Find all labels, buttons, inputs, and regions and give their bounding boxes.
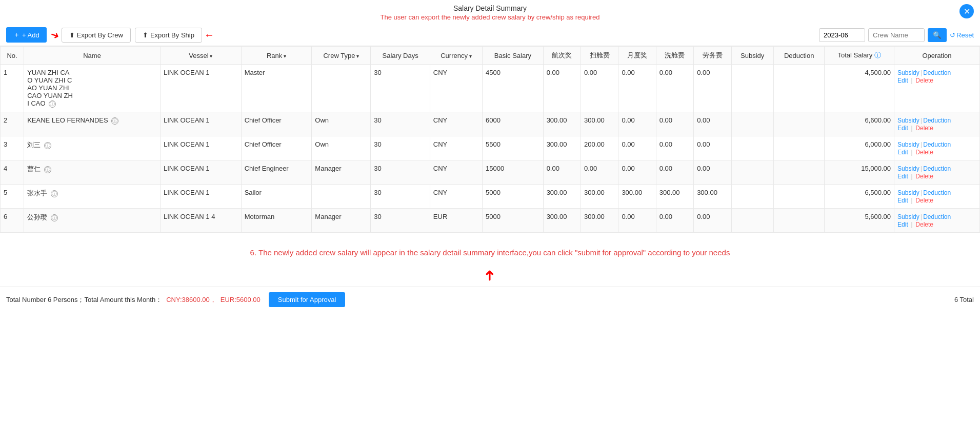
cell-deduction — [773, 209, 824, 233]
cell-subsidy — [731, 136, 773, 160]
footer-persons-label: Total Number 6 Persons；Total Amount this… — [6, 295, 162, 305]
deduction-link-3[interactable]: Deduction — [923, 165, 951, 172]
subsidy-link-2[interactable]: Subsidy — [897, 141, 919, 148]
deduction-link-2[interactable]: Deduction — [923, 141, 951, 148]
delete-link-2[interactable]: Delete — [915, 149, 933, 156]
submit-approval-button[interactable]: Submit for Approval — [269, 292, 345, 307]
arrow-icon-ship: ← — [204, 29, 214, 41]
edit-link-2[interactable]: Edit — [897, 149, 908, 156]
plus-icon: ＋ — [13, 30, 20, 39]
cell-voyage-bonus: 300.00 — [543, 136, 581, 160]
cell-no: 3 — [1, 136, 24, 160]
subsidy-link-5[interactable]: Subsidy — [897, 213, 919, 220]
cell-sweep-fee: 200.00 — [581, 136, 618, 160]
cell-currency: CNY — [430, 185, 482, 209]
cell-name: 曹仁 ⓘ — [24, 160, 161, 185]
total-salary-info-icon[interactable]: ⓘ — [874, 51, 881, 59]
name-info-icon-4[interactable]: ⓘ — [51, 190, 58, 197]
cell-total-salary: 6,000.00 — [825, 136, 894, 160]
cell-currency: CNY — [430, 136, 482, 160]
col-deduction: Deduction — [773, 47, 824, 65]
table-header-row: No. Name Vessel Rank Crew Type Salary Da… — [1, 47, 980, 65]
deduction-link-1[interactable]: Deduction — [923, 117, 951, 124]
cell-vessel: LINK OCEAN 1 — [160, 112, 241, 136]
cell-crew-type — [312, 65, 371, 112]
cell-labor-fee: 0.00 — [694, 209, 731, 233]
delete-link-4[interactable]: Delete — [915, 197, 933, 204]
cell-operation: Subsidy|Deduction Edit | Delete — [894, 112, 980, 136]
cell-name: KEANE LEO FERNANDES ⓘ — [24, 112, 161, 136]
close-button[interactable]: ✕ — [959, 4, 974, 18]
col-vessel[interactable]: Vessel — [160, 47, 241, 65]
cell-deduction — [773, 160, 824, 185]
edit-link-4[interactable]: Edit — [897, 197, 908, 204]
search-icon: 🔍 — [933, 31, 942, 39]
footer-eur-amount: EUR:5600.00 — [221, 296, 261, 303]
delete-link-5[interactable]: Delete — [915, 221, 933, 228]
col-rank[interactable]: Rank — [241, 47, 312, 65]
cell-vessel: LINK OCEAN 1 — [160, 185, 241, 209]
subsidy-link-3[interactable]: Subsidy — [897, 165, 919, 172]
cell-crew-type: Manager — [312, 209, 371, 233]
deduction-link-0[interactable]: Deduction — [923, 69, 951, 76]
name-info-icon-3[interactable]: ⓘ — [44, 166, 51, 173]
delete-link-3[interactable]: Delete — [915, 173, 933, 180]
export-ship-container: ⬆ Export By Ship ← — [135, 28, 214, 43]
table-body: 1 YUAN ZHI CAO YUAN ZHI CAO YUAN ZHICAO … — [1, 65, 980, 233]
delete-link-1[interactable]: Delete — [915, 125, 933, 132]
cell-basic-salary: 6000 — [483, 112, 544, 136]
cell-currency: EUR — [430, 209, 482, 233]
col-salary-days: Salary Days — [371, 47, 430, 65]
cell-sweep-fee: 0.00 — [581, 65, 618, 112]
add-button[interactable]: ＋ + Add — [6, 27, 47, 43]
cell-no: 4 — [1, 160, 24, 185]
col-crew-type[interactable]: Crew Type — [312, 47, 371, 65]
name-info-icon-1[interactable]: ⓘ — [111, 117, 118, 125]
edit-link-1[interactable]: Edit — [897, 125, 908, 132]
edit-link-3[interactable]: Edit — [897, 173, 908, 180]
name-info-icon-5[interactable]: ⓘ — [51, 214, 58, 221]
export-ship-button[interactable]: ⬆ Export By Ship — [135, 28, 202, 43]
search-button[interactable]: 🔍 — [928, 28, 947, 42]
subsidy-link-0[interactable]: Subsidy — [897, 69, 919, 76]
name-info-icon-0[interactable]: ⓘ — [49, 100, 56, 108]
cell-voyage-bonus: 300.00 — [543, 185, 581, 209]
date-input[interactable] — [819, 28, 865, 42]
arrow-icon-crew: ➜ — [49, 28, 61, 42]
reset-button[interactable]: ↺ Reset — [950, 31, 974, 39]
cell-no: 1 — [1, 65, 24, 112]
cell-salary-days: 30 — [371, 209, 430, 233]
cell-subsidy — [731, 209, 773, 233]
subsidy-link-4[interactable]: Subsidy — [897, 189, 919, 196]
cell-total-salary: 5,600.00 — [825, 209, 894, 233]
deduction-link-4[interactable]: Deduction — [923, 189, 951, 196]
name-info-icon-2[interactable]: ⓘ — [44, 142, 51, 149]
hint-text: The user can export the newly added crew… — [0, 13, 980, 24]
cell-monthly-bonus: 0.00 — [618, 160, 656, 185]
export-crew-button[interactable]: ⬆ Export By Crew — [62, 28, 131, 43]
upload-icon-crew: ⬆ — [69, 31, 75, 39]
edit-link-5[interactable]: Edit — [897, 221, 908, 228]
edit-link-0[interactable]: Edit — [897, 77, 908, 84]
col-basic-salary: Basic Salary — [483, 47, 544, 65]
toolbar-right: 🔍 ↺ Reset — [819, 28, 974, 42]
crew-name-input[interactable] — [868, 28, 925, 42]
cell-sweep-fee: 0.00 — [581, 160, 618, 185]
subsidy-link-1[interactable]: Subsidy — [897, 117, 919, 124]
cell-voyage-bonus: 300.00 — [543, 209, 581, 233]
cell-operation: Subsidy|Deduction Edit | Delete — [894, 160, 980, 185]
footer-total: 6 Total — [954, 296, 974, 303]
submit-arrow-icon: ➜ — [482, 270, 498, 281]
delete-link-0[interactable]: Delete — [915, 77, 933, 84]
cell-salary-days: 30 — [371, 185, 430, 209]
cell-sweep-fee: 300.00 — [581, 209, 618, 233]
col-voyage-bonus: 航次奖 — [543, 47, 581, 65]
cell-operation: Subsidy|Deduction Edit | Delete — [894, 136, 980, 160]
deduction-link-5[interactable]: Deduction — [923, 213, 951, 220]
cell-vessel: LINK OCEAN 1 4 — [160, 209, 241, 233]
submit-arrow-container: ➜ — [0, 267, 980, 287]
col-monthly-bonus: 月度奖 — [618, 47, 656, 65]
col-currency[interactable]: Currency — [430, 47, 482, 65]
cell-subsidy — [731, 112, 773, 136]
cell-monthly-bonus: 0.00 — [618, 65, 656, 112]
